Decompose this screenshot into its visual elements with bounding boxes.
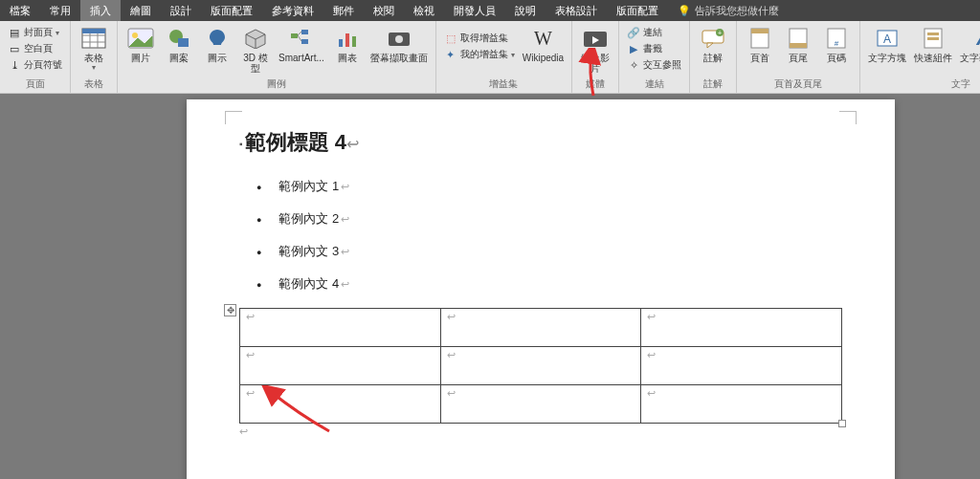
blank-page-button[interactable]: ▭ 空白頁: [6, 41, 64, 56]
pictures-button[interactable]: 圖片: [122, 23, 160, 65]
tab-review[interactable]: 校閱: [364, 0, 404, 21]
table-cell[interactable]: ↩: [240, 385, 441, 424]
tab-mailings[interactable]: 郵件: [323, 0, 364, 21]
bookmark-button[interactable]: ▶ 書籤: [625, 41, 683, 56]
table-row[interactable]: ↩↩↩: [240, 385, 842, 424]
smartart-button[interactable]: SmartArt...: [275, 23, 328, 65]
tab-insert[interactable]: 插入: [80, 0, 121, 21]
svg-rect-31: [790, 43, 807, 48]
document-scroll-area[interactable]: ▪範例標題 4↩ 範例內文 1↩ 範例內文 2↩ 範例內文 3↩ 範例內文 4↩…: [0, 94, 980, 479]
3d-models-icon: [240, 25, 271, 52]
comment-button[interactable]: + 註解: [694, 23, 732, 65]
tab-design[interactable]: 設計: [161, 0, 201, 21]
bullet-list[interactable]: 範例內文 1↩ 範例內文 2↩ 範例內文 3↩ 範例內文 4↩: [256, 178, 842, 293]
icons-button[interactable]: 圖示: [198, 23, 236, 65]
margin-corner-tr: [839, 111, 857, 124]
blank-page-icon: ▭: [8, 42, 21, 55]
page-number-button[interactable]: # 頁碼: [817, 23, 856, 65]
bookmark-label: 書籤: [643, 42, 662, 55]
page-number-icon: #: [821, 25, 852, 52]
table-resize-handle[interactable]: [838, 420, 846, 427]
wordart-label: 文字藝術師: [960, 53, 980, 63]
document-table[interactable]: ↩↩↩ ↩↩↩ ↩↩↩: [239, 308, 842, 424]
list-item-text: 範例內文 4: [278, 276, 339, 291]
svg-rect-14: [301, 39, 308, 44]
3d-models-button[interactable]: 3D 模型: [236, 23, 275, 76]
tell-me-label: 告訴我您想做什麼: [695, 4, 779, 18]
screenshot-button[interactable]: 螢幕擷取畫面: [367, 23, 432, 65]
quick-parts-label: 快速組件: [914, 53, 952, 63]
cross-reference-button[interactable]: ✧ 交互參照: [625, 57, 683, 73]
icons-icon: [202, 25, 233, 52]
tab-draw[interactable]: 繪圖: [121, 0, 161, 21]
my-addins-label: 我的增益集: [460, 48, 508, 61]
get-addins-label: 取得增益集: [460, 32, 508, 45]
document-page[interactable]: ▪範例標題 4↩ 範例內文 1↩ 範例內文 2↩ 範例內文 3↩ 範例內文 4↩…: [187, 99, 895, 479]
svg-rect-29: [751, 29, 768, 33]
svg-line-15: [298, 32, 301, 35]
tab-references[interactable]: 參考資料: [262, 0, 323, 21]
svg-rect-5: [82, 29, 105, 33]
shapes-button[interactable]: 圖案: [160, 23, 198, 65]
list-item[interactable]: 範例內文 1↩: [256, 178, 842, 195]
page-heading[interactable]: ▪範例標題 4↩: [239, 128, 842, 157]
group-tables: 表格 ▾ 表格: [71, 21, 118, 93]
table-cell[interactable]: ↩: [641, 385, 842, 424]
tab-help[interactable]: 說明: [505, 0, 546, 21]
menu-tab-bar: 檔案 常用 插入 繪圖 設計 版面配置 參考資料 郵件 校閱 檢視 開發人員 說…: [0, 0, 980, 21]
table-cell[interactable]: ↩: [440, 309, 641, 347]
table-cell[interactable]: ↩: [240, 309, 441, 347]
list-item[interactable]: 範例內文 2↩: [256, 210, 842, 228]
table-cell[interactable]: ↩: [240, 347, 441, 385]
tab-home[interactable]: 常用: [40, 0, 80, 21]
online-video-button[interactable]: 線上影片: [576, 23, 614, 76]
table-cell[interactable]: ↩: [641, 309, 842, 347]
header-label: 頁首: [750, 53, 769, 63]
list-item[interactable]: 範例內文 3↩: [256, 243, 842, 260]
tell-me-search[interactable]: 💡 告訴我您想做什麼: [668, 0, 789, 21]
group-text: A 文字方塊 快速組件 A 文字藝術師 A≡ 首字放大 文字: [860, 21, 980, 93]
cover-page-icon: ▤: [8, 26, 21, 39]
pictures-icon: [125, 25, 156, 52]
table-button[interactable]: 表格 ▾: [75, 23, 113, 74]
svg-text:+: +: [718, 30, 722, 36]
footer-button[interactable]: 頁尾: [779, 23, 817, 65]
list-item-text: 範例內文 3: [278, 244, 339, 258]
list-item-text: 範例內文 1: [278, 179, 339, 193]
tab-table-layout[interactable]: 版面配置: [607, 0, 668, 21]
wikipedia-button[interactable]: W Wikipedia: [519, 23, 568, 65]
table-row[interactable]: ↩↩↩: [240, 347, 842, 385]
wikipedia-label: Wikipedia: [523, 53, 564, 63]
my-addins-button[interactable]: ✦ 我的增益集▾: [442, 47, 517, 62]
get-addins-button[interactable]: ⬚ 取得增益集: [442, 31, 517, 46]
list-item[interactable]: 範例內文 4↩: [256, 275, 842, 293]
tab-layout[interactable]: 版面配置: [201, 0, 262, 21]
text-box-button[interactable]: A 文字方塊: [864, 23, 910, 65]
table-cell[interactable]: ↩: [641, 347, 842, 385]
group-pages-label: 頁面: [4, 76, 66, 93]
margin-corner-tl: [225, 111, 242, 124]
table-cell[interactable]: ↩: [440, 385, 641, 424]
tab-view[interactable]: 檢視: [404, 0, 444, 21]
page-break-button[interactable]: ⤓ 分頁符號: [6, 57, 64, 73]
svg-text:#: #: [835, 39, 839, 48]
table-cell[interactable]: ↩: [440, 347, 641, 385]
table-row[interactable]: ↩↩↩: [240, 309, 842, 347]
table-label: 表格: [84, 53, 103, 63]
wikipedia-icon: W: [527, 25, 558, 52]
group-media-label: 媒體: [576, 76, 614, 93]
wordart-button[interactable]: A 文字藝術師: [956, 23, 980, 65]
header-button[interactable]: 頁首: [741, 23, 779, 65]
quick-parts-button[interactable]: 快速組件: [910, 23, 956, 65]
smartart-label: SmartArt...: [278, 53, 324, 63]
svg-rect-13: [301, 30, 308, 34]
group-comments-label: 註解: [694, 76, 732, 93]
chart-button[interactable]: 圖表: [328, 23, 367, 65]
tab-file[interactable]: 檔案: [0, 0, 40, 21]
tab-developer[interactable]: 開發人員: [444, 0, 505, 21]
cover-page-button[interactable]: ▤ 封面頁▾: [6, 25, 64, 40]
tab-table-design[interactable]: 表格設計: [546, 0, 607, 21]
screenshot-label: 螢幕擷取畫面: [370, 53, 428, 63]
table-move-handle[interactable]: ✥: [224, 304, 236, 316]
link-button[interactable]: 🔗 連結: [625, 25, 683, 40]
